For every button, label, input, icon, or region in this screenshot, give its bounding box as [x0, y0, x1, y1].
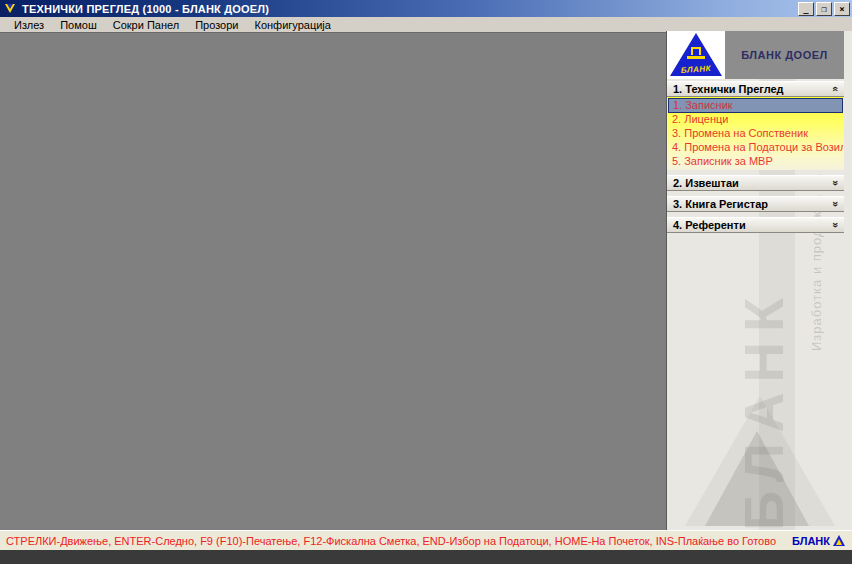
- nav-item-promena-podatoci-vozilo[interactable]: 4. Промена на Податоци за Возило: [668, 141, 843, 155]
- status-brand: БЛАНК: [792, 535, 846, 547]
- watermark-triangle-outline: [685, 396, 835, 526]
- company-logo: БЛАНК: [667, 31, 725, 79]
- company-name: БЛАНК ДООЕЛ: [725, 31, 844, 79]
- brand-header: БЛАНК БЛАНК ДООЕЛ: [667, 31, 844, 79]
- collapse-icon[interactable]: «: [830, 86, 840, 92]
- app-icon: [4, 3, 17, 15]
- menu-item-konfiguracija[interactable]: Конфигурација: [247, 19, 339, 31]
- nav-item-licenci[interactable]: 2. Лиценци: [668, 113, 843, 127]
- titlebar: ТЕХНИЧКИ ПРЕГЛЕД (1000 - БЛАНК ДООЕЛ) _ …: [0, 0, 852, 17]
- app-window: ТЕХНИЧКИ ПРЕГЛЕД (1000 - БЛАНК ДООЕЛ) _ …: [0, 0, 852, 564]
- nav-item-zapisnik-mvr[interactable]: 5. Записник за МВР: [668, 155, 843, 169]
- nav-item-promena-sopstvenik[interactable]: 3. Промена на Сопственик: [668, 127, 843, 141]
- watermark-triangle-icon: [705, 431, 809, 526]
- status-hint: СТРЕЛКИ-Движење, ENTER-Следно, F9 (F10)-…: [6, 535, 776, 547]
- nav-item-zapisnik[interactable]: 1. Записник: [668, 98, 843, 113]
- minimize-button[interactable]: _: [798, 2, 814, 16]
- section-items: 1. Записник 2. Лиценци 3. Промена на Соп…: [667, 97, 844, 170]
- expand-icon[interactable]: »: [830, 201, 840, 207]
- expand-icon[interactable]: »: [830, 180, 840, 186]
- brand-triangle-icon: [833, 535, 846, 547]
- section-label: 2. Извештаи: [673, 177, 739, 189]
- section-label: 3. Книга Регистар: [673, 198, 768, 210]
- statusbar: СТРЕЛКИ-Движење, ENTER-Следно, F9 (F10)-…: [0, 530, 852, 550]
- window-controls: _ ❐ ×: [798, 2, 850, 16]
- section-label: 1. Технички Преглед: [673, 83, 784, 95]
- status-brand-label: БЛАНК: [792, 535, 830, 547]
- menu-item-sokri-panel[interactable]: Сокри Панел: [105, 19, 187, 31]
- menubar: Излез Помош Сокри Панел Прозори Конфигур…: [0, 17, 852, 32]
- menu-item-izlez[interactable]: Излез: [6, 19, 52, 31]
- menu-item-pomosh[interactable]: Помош: [52, 19, 105, 31]
- expand-icon[interactable]: »: [830, 222, 840, 228]
- menu-item-prozori[interactable]: Прозори: [187, 19, 246, 31]
- section-referenti[interactable]: 4. Референти »: [667, 217, 844, 233]
- section-kniga-registar[interactable]: 3. Книга Регистар »: [667, 196, 844, 212]
- logo-press-base-icon: [687, 56, 705, 59]
- section-izveshtai[interactable]: 2. Извештаи »: [667, 175, 844, 191]
- section-label: 4. Референти: [673, 219, 746, 231]
- section-tehnicki-pregled[interactable]: 1. Технички Преглед «: [667, 81, 844, 97]
- window-title: ТЕХНИЧКИ ПРЕГЛЕД (1000 - БЛАНК ДООЕЛ): [22, 3, 269, 15]
- watermark-logo-text: БЛАНК: [731, 191, 796, 530]
- workspace: [0, 32, 666, 530]
- close-button[interactable]: ×: [834, 2, 850, 16]
- sidebar: БЛАНК Изработка и продажба на апли БЛАНК…: [666, 31, 852, 530]
- navigation-accordion: 1. Технички Преглед « 1. Записник 2. Лиц…: [667, 81, 844, 233]
- restore-button[interactable]: ❐: [816, 2, 832, 16]
- bottom-strip: [0, 550, 852, 564]
- logo-press-icon: [691, 47, 701, 55]
